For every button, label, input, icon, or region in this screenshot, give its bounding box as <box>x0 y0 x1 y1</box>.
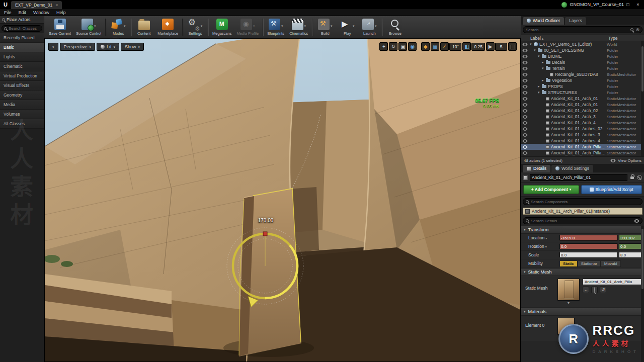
menu-window[interactable]: Window <box>33 10 49 15</box>
scrollbar-thumb[interactable] <box>641 46 643 92</box>
outliner-row[interactable]: Ancient_Kit_01_Arches_4 StaticMeshActor <box>521 138 644 144</box>
chevron-down-icon[interactable] <box>374 20 377 29</box>
maximize-button[interactable]: □ <box>623 0 633 9</box>
scale-snap-icon[interactable]: ◧ <box>462 42 471 51</box>
settings-button[interactable]: Settings <box>184 18 206 36</box>
column-type[interactable]: Type <box>606 36 644 41</box>
selected-pillar[interactable] <box>239 189 301 356</box>
outliner-row[interactable]: Rectangle_65ED7DA8 StaticMeshActor <box>521 71 644 77</box>
camera-speed-icon[interactable]: ▶ <box>486 42 495 51</box>
visibility-eye-icon[interactable] <box>521 109 529 113</box>
viewport[interactable]: 170.00 05.67 FPS 9.66 ms Perspective Lit… <box>44 38 521 362</box>
scale-x-input[interactable] <box>559 252 618 258</box>
outliner-row[interactable]: ▸ Vegetation Folder <box>521 77 644 83</box>
category-lights[interactable]: Lights <box>0 52 44 62</box>
details-search[interactable] <box>523 217 642 224</box>
category-virtual-production[interactable]: Virtual Production <box>0 71 44 81</box>
outliner-row[interactable]: Ancient_Kit_01_Arch_Pillar_4 StaticMeshA… <box>521 150 644 156</box>
location-y-input[interactable] <box>619 235 644 241</box>
visibility-eye-icon[interactable] <box>521 67 529 70</box>
location-label[interactable]: Location <box>528 235 559 240</box>
visibility-eye-icon[interactable] <box>521 121 529 125</box>
visibility-eye-icon[interactable] <box>521 133 529 137</box>
browse-asset-icon[interactable] <box>591 287 598 293</box>
visibility-eye-icon[interactable] <box>521 49 529 52</box>
visibility-eye-icon[interactable] <box>521 73 529 76</box>
close-button[interactable]: × <box>633 0 643 9</box>
outliner-row-selected[interactable]: Ancient_Kit_01_Arch_Pillar_0 StaticMeshA… <box>521 144 644 150</box>
media-profile-button[interactable]: Media Profile <box>234 18 261 36</box>
tab-world-outliner[interactable]: World Outliner <box>523 17 564 25</box>
visibility-eye-icon[interactable] <box>521 151 529 155</box>
outliner-row[interactable]: ▾ STRUCTURES Folder <box>521 89 644 96</box>
rotation-label[interactable]: Rotation <box>528 244 559 249</box>
tab-details[interactable]: Details <box>523 165 550 172</box>
chevron-down-icon[interactable]: ▼ <box>567 301 571 305</box>
chevron-down-icon[interactable] <box>252 20 255 29</box>
material-thumbnail[interactable] <box>557 318 575 335</box>
visibility-eye-icon[interactable] <box>521 97 529 101</box>
launch-button[interactable]: Launch <box>358 18 380 36</box>
visibility-eye-icon[interactable] <box>521 79 529 82</box>
scale-y-input[interactable] <box>619 252 644 258</box>
materials-section-header[interactable]: Materials <box>521 308 644 316</box>
outliner-row[interactable]: ▾ EXT_VP_Demo_01 (Editor) World <box>521 41 644 47</box>
scale-snap-value[interactable]: 0.25 <box>471 43 485 51</box>
transform-section-header[interactable]: Transform <box>521 226 644 234</box>
search-classes-input[interactable] <box>9 26 40 31</box>
outliner-search-input[interactable] <box>526 28 628 32</box>
actor-name-input[interactable] <box>530 174 627 181</box>
save-current-button[interactable]: Save Current <box>46 18 73 36</box>
cinematics-button[interactable]: Cinematics <box>287 18 310 36</box>
chevron-down-icon[interactable] <box>352 20 355 29</box>
world-space-icon[interactable]: ◉ <box>408 42 417 51</box>
static-mesh-section-header[interactable]: Static Mesh <box>521 268 644 276</box>
modes-button[interactable]: Modes <box>107 18 129 36</box>
outliner-row[interactable]: Ancient_Kit_01_Arch_01 StaticMeshActor <box>521 102 644 108</box>
chevron-down-icon[interactable]: ▼ <box>565 335 568 339</box>
visibility-eye-icon[interactable] <box>521 139 529 143</box>
surface-snap-icon[interactable]: ◆ <box>421 42 430 51</box>
lock-icon[interactable] <box>630 176 634 179</box>
category-cinematic[interactable]: Cinematic <box>0 62 44 71</box>
components-search[interactable] <box>523 198 642 205</box>
outliner-row[interactable]: ▾ BIOME Folder <box>521 53 644 59</box>
viewport-options-button[interactable] <box>48 43 58 51</box>
location-x-input[interactable] <box>559 235 618 241</box>
perspective-button[interactable]: Perspective <box>60 43 96 51</box>
reset-asset-icon[interactable]: ↺ <box>600 287 606 293</box>
use-selected-asset-icon[interactable]: ← <box>583 287 589 293</box>
chevron-down-icon[interactable] <box>303 20 306 29</box>
show-button[interactable]: Show <box>121 43 144 51</box>
category-recently-placed[interactable]: Recently Placed <box>0 33 44 43</box>
play-button[interactable]: Play <box>336 18 358 36</box>
outliner-search[interactable] <box>523 26 642 33</box>
rotation-y-input[interactable] <box>619 243 644 249</box>
search-components-input[interactable] <box>531 200 639 204</box>
megascans-button[interactable]: Megascans <box>210 18 234 36</box>
marketplace-button[interactable]: Marketplace <box>155 18 181 36</box>
outliner-row[interactable]: ▸ Decals Folder <box>521 59 644 65</box>
visibility-eye-icon[interactable] <box>521 91 529 95</box>
outliner-row[interactable]: Ancient_Kit_01_Arches_3 StaticMeshActor <box>521 132 644 138</box>
add-component-button[interactable]: + Add Component <box>523 185 579 194</box>
visibility-eye-icon[interactable] <box>521 115 529 119</box>
visibility-eye-icon[interactable] <box>521 127 529 131</box>
outliner-row[interactable]: Ancient_Kit_01_Arch_4 StaticMeshActor <box>521 120 644 126</box>
category-all-classes[interactable]: All Classes <box>0 119 44 129</box>
tab-world-settings[interactable]: World Settings <box>551 165 593 172</box>
menu-file[interactable]: File <box>4 10 12 15</box>
blueprint-add-script-button[interactable]: Blueprint/Add Script <box>581 185 642 194</box>
translate-tool-icon[interactable]: + <box>379 42 388 51</box>
outliner-row[interactable]: ▾ Terrain Folder <box>521 65 644 71</box>
search-details-input[interactable] <box>531 219 632 223</box>
component-instance-row[interactable]: Ancient_Kit_01_Arch_Pillar_01(Instance) <box>523 208 642 215</box>
category-basic[interactable]: Basic <box>0 43 44 52</box>
rotation-snap-icon[interactable]: ∠ <box>440 42 449 51</box>
minimize-button[interactable]: — <box>613 0 623 9</box>
clear-search-icon[interactable] <box>635 27 639 32</box>
menu-edit[interactable]: Edit <box>19 10 27 15</box>
lit-button[interactable]: Lit <box>97 43 119 51</box>
source-control-button[interactable]: Source Control <box>73 18 104 36</box>
category-visual-effects[interactable]: Visual Effects <box>0 81 44 90</box>
